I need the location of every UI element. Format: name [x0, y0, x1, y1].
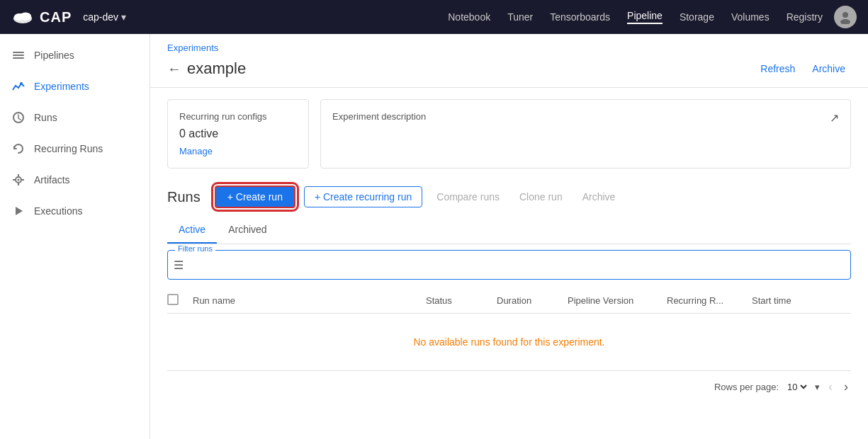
logo: CAP — [11, 6, 72, 28]
experiments-icon — [11, 79, 26, 93]
nav-tuner[interactable]: Tuner — [507, 11, 533, 23]
recurring-run-card: Recurring run configs 0 active Manage — [167, 99, 309, 169]
cards-row: Recurring run configs 0 active Manage Ex… — [150, 88, 868, 180]
svg-marker-16 — [16, 207, 23, 215]
rows-per-page-select[interactable]: 10 25 50 — [784, 381, 809, 393]
col-pipeline-version: Pipeline Version — [568, 295, 667, 306]
compare-runs-button[interactable]: Compare runs — [431, 187, 505, 207]
sidebar-item-runs[interactable]: Runs — [0, 102, 150, 133]
main-layout: Pipelines Experiments Runs Recurring Run… — [0, 34, 868, 439]
page-title-area: ← example — [167, 59, 755, 78]
svg-rect-6 — [13, 55, 24, 56]
filter-icon: ☰ — [174, 258, 184, 272]
runs-header: Runs + Create run + Create recurring run… — [167, 180, 851, 217]
project-selector[interactable]: cap-dev ▾ — [83, 11, 126, 23]
svg-point-4 — [840, 19, 850, 24]
recurring-icon — [11, 142, 26, 156]
prev-page-button[interactable]: ‹ — [825, 380, 835, 394]
manage-link[interactable]: Manage — [179, 146, 297, 156]
runs-section: Runs + Create run + Create recurring run… — [150, 180, 868, 403]
filter-container: Filter runs ☰ — [167, 250, 851, 280]
runs-table: Run name Status Duration Pipeline Versio… — [167, 285, 851, 370]
sidebar-item-experiments[interactable]: Experiments — [0, 71, 150, 102]
rows-per-page-label: Rows per page: — [714, 382, 779, 392]
chevron-down-icon-pagination: ▾ — [815, 382, 820, 392]
col-run-name: Run name — [193, 295, 426, 306]
col-recurring: Recurring R... — [667, 295, 752, 306]
select-all-check[interactable] — [167, 294, 193, 307]
runs-tabs: Active Archived — [167, 217, 851, 244]
nav-registry[interactable]: Registry — [787, 11, 823, 23]
nav-volumes[interactable]: Volumes — [731, 11, 770, 23]
experiment-description-title: Experiment description — [332, 111, 426, 122]
breadcrumb[interactable]: Experiments — [150, 34, 868, 56]
sidebar-item-pipelines[interactable]: Pipelines — [0, 40, 150, 71]
sidebar-label-runs: Runs — [34, 112, 57, 123]
nav-storage[interactable]: Storage — [680, 11, 714, 23]
page-header: ← example Refresh Archive — [150, 56, 868, 88]
sidebar: Pipelines Experiments Runs Recurring Run… — [0, 34, 150, 439]
table-header: Run name Status Duration Pipeline Versio… — [167, 285, 851, 314]
sidebar-label-pipelines: Pipelines — [34, 50, 74, 61]
filter-label: Filter runs — [175, 244, 215, 253]
svg-point-11 — [18, 179, 20, 181]
svg-rect-5 — [13, 52, 24, 53]
avatar-icon — [838, 10, 852, 24]
sidebar-item-recurring-runs[interactable]: Recurring Runs — [0, 133, 150, 164]
svg-point-3 — [842, 12, 848, 18]
tab-active[interactable]: Active — [167, 217, 217, 244]
runs-icon — [11, 110, 26, 125]
tab-archived[interactable]: Archived — [217, 217, 278, 244]
empty-message: No available runs found for this experim… — [167, 314, 851, 370]
col-status: Status — [426, 295, 497, 306]
pagination: Rows per page: 10 25 50 ▾ ‹ › — [167, 370, 851, 403]
nav-pipeline[interactable]: Pipeline — [627, 10, 663, 24]
sidebar-label-experiments: Experiments — [34, 81, 89, 92]
sidebar-item-artifacts[interactable]: Artifacts — [0, 164, 150, 195]
app-title: CAP — [40, 9, 72, 25]
cloud-icon — [11, 6, 34, 28]
recurring-run-card-value: 0 active — [179, 127, 297, 140]
col-start-time: Start time — [752, 295, 851, 306]
clone-run-button[interactable]: Clone run — [514, 187, 568, 207]
experiment-description-card: Experiment description ↗ — [320, 99, 851, 169]
nav-tensorboards[interactable]: Tensorboards — [550, 11, 610, 23]
create-recurring-run-button[interactable]: + Create recurring run — [304, 186, 422, 207]
user-avatar[interactable] — [834, 6, 857, 28]
page-title: example — [187, 59, 246, 78]
svg-point-2 — [20, 13, 31, 21]
svg-rect-7 — [13, 57, 24, 59]
next-page-button[interactable]: › — [841, 380, 851, 394]
sidebar-label-artifacts: Artifacts — [34, 174, 70, 186]
refresh-button[interactable]: Refresh — [755, 59, 801, 79]
sidebar-label-executions: Executions — [34, 205, 82, 217]
filter-inner: ☰ — [174, 253, 845, 276]
main-content: Experiments ← example Refresh Archive Re… — [150, 34, 868, 439]
sidebar-item-executions[interactable]: Executions — [0, 195, 150, 227]
executions-icon — [11, 204, 26, 218]
archive-button[interactable]: Archive — [806, 59, 851, 79]
col-duration: Duration — [497, 295, 568, 306]
recurring-run-card-title: Recurring run configs — [179, 111, 297, 122]
svg-point-8 — [20, 82, 23, 85]
back-button[interactable]: ← — [167, 61, 181, 77]
runs-title: Runs — [167, 189, 201, 205]
header-checkbox[interactable] — [167, 294, 179, 305]
top-navigation: CAP cap-dev ▾ Notebook Tuner Tensorboard… — [0, 0, 868, 34]
external-link-icon[interactable]: ↗ — [830, 111, 839, 125]
create-run-button[interactable]: + Create run — [215, 186, 295, 208]
runs-archive-button[interactable]: Archive — [577, 187, 621, 207]
chevron-down-icon: ▾ — [121, 11, 126, 23]
header-actions: Refresh Archive — [755, 59, 851, 79]
artifacts-icon — [11, 173, 26, 187]
nav-notebook[interactable]: Notebook — [448, 11, 490, 23]
sidebar-label-recurring-runs: Recurring Runs — [34, 143, 103, 154]
pipeline-icon — [11, 48, 26, 62]
nav-links: Notebook Tuner Tensorboards Pipeline Sto… — [448, 10, 823, 24]
